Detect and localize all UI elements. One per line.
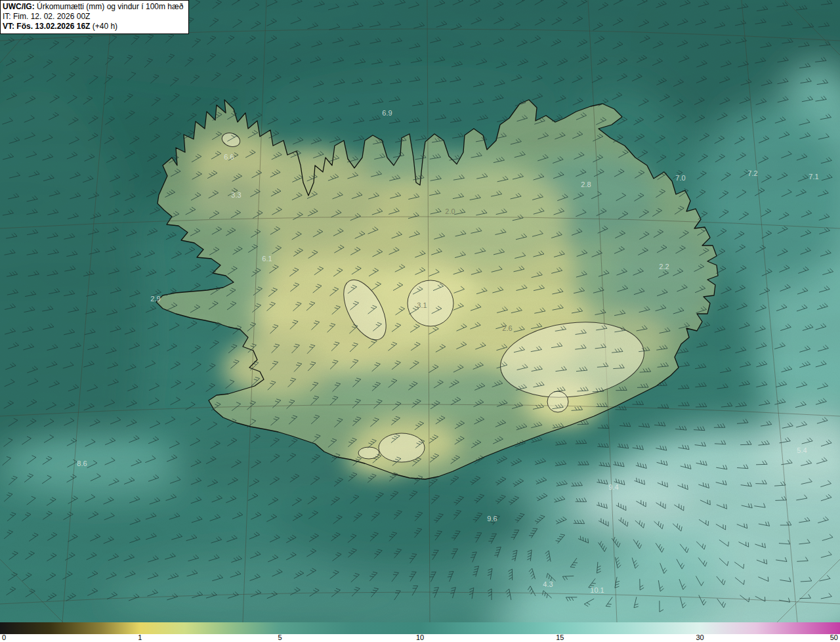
colorbar-tick-10: 10	[416, 633, 424, 641]
colorbar-tick-1: 1	[138, 633, 142, 641]
product-title-line: UWC/IG: Úrkomumætti (mm) og vindur í 100…	[3, 2, 183, 12]
colorbar-tick-50: 50	[830, 633, 838, 641]
init-time-line: IT: Fim. 12. 02. 2026 00Z	[3, 12, 183, 22]
valid-time-offset: (+40 h)	[90, 22, 117, 31]
product-description: Úrkomumætti (mm) og vindur í 100m hæð	[35, 2, 184, 11]
precipitation-wind-map: 6.96.63.32.82.07.07.27.16.12.22.93.12.68…	[0, 0, 840, 642]
colorbar-tick-0: 0	[2, 633, 6, 641]
valid-time: VT: Fös. 13.02.2026 16Z	[3, 22, 90, 31]
precip-colorbar: 01510153050	[0, 622, 840, 642]
map-area: 6.96.63.32.82.07.07.27.16.12.22.93.12.68…	[0, 0, 840, 622]
product-code: UWC/IG:	[3, 2, 35, 11]
map-canvas	[0, 0, 840, 622]
colorbar-gradient	[0, 622, 840, 634]
valid-time-line: VT: Fös. 13.02.2026 16Z (+40 h)	[3, 22, 183, 32]
colorbar-tick-30: 30	[696, 633, 704, 641]
colorbar-tick-5: 5	[278, 633, 282, 641]
map-title-box: UWC/IG: Úrkomumætti (mm) og vindur í 100…	[0, 0, 189, 34]
colorbar-ticks: 01510153050	[0, 634, 840, 642]
colorbar-tick-15: 15	[556, 633, 564, 641]
